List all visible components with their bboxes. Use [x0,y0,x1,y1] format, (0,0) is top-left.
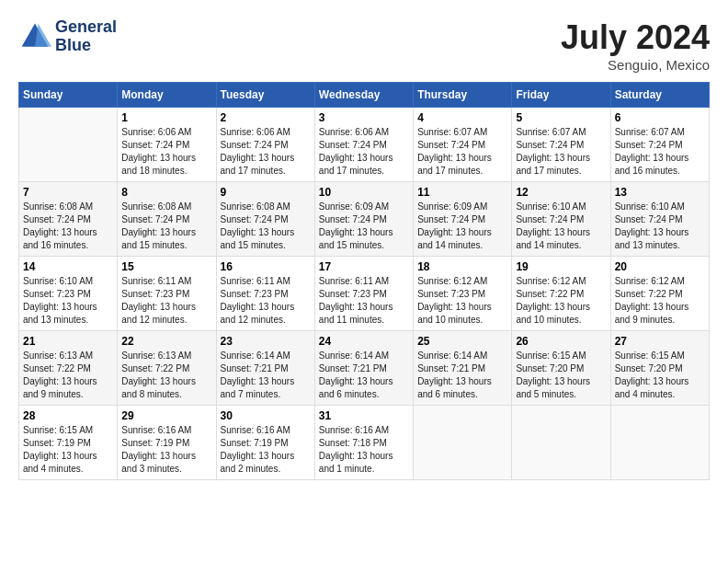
day-number: 14 [23,260,113,273]
day-info: Sunrise: 6:15 AMSunset: 7:20 PMDaylight:… [516,350,606,401]
header-monday: Monday [118,83,216,108]
day-number: 27 [615,335,705,348]
calendar-cell: 2Sunrise: 6:06 AMSunset: 7:24 PMDaylight… [216,108,314,182]
header-saturday: Saturday [610,83,709,108]
calendar-cell: 18Sunrise: 6:12 AMSunset: 7:23 PMDayligh… [414,257,512,331]
day-info: Sunrise: 6:15 AMSunset: 7:19 PMDaylight:… [23,424,113,476]
day-number: 28 [23,409,113,422]
calendar-cell: 1Sunrise: 6:06 AMSunset: 7:24 PMDaylight… [118,108,216,182]
calendar-cell: 13Sunrise: 6:10 AMSunset: 7:24 PMDayligh… [610,182,709,257]
calendar-cell: 24Sunrise: 6:14 AMSunset: 7:21 PMDayligh… [314,331,413,406]
day-number: 7 [23,186,113,199]
day-info: Sunrise: 6:09 AMSunset: 7:24 PMDaylight:… [417,201,507,252]
day-number: 11 [417,186,507,199]
calendar-cell [414,406,512,480]
day-number: 8 [121,186,211,199]
day-info: Sunrise: 6:16 AMSunset: 7:19 PMDaylight:… [221,424,311,476]
logo-text: General Blue [55,18,117,55]
day-info: Sunrise: 6:06 AMSunset: 7:24 PMDaylight:… [319,126,409,178]
calendar-cell: 9Sunrise: 6:08 AMSunset: 7:24 PMDaylight… [216,182,314,257]
day-info: Sunrise: 6:16 AMSunset: 7:19 PMDaylight:… [121,424,211,476]
calendar-cell: 16Sunrise: 6:11 AMSunset: 7:23 PMDayligh… [216,257,314,331]
day-number: 19 [516,260,606,273]
calendar-cell [610,406,709,480]
location: Senguio, Mexico [561,57,710,73]
calendar-header-row: SundayMondayTuesdayWednesdayThursdayFrid… [19,83,710,108]
calendar-cell: 23Sunrise: 6:14 AMSunset: 7:21 PMDayligh… [216,331,314,406]
day-info: Sunrise: 6:07 AMSunset: 7:24 PMDaylight:… [417,126,507,178]
calendar-cell: 3Sunrise: 6:06 AMSunset: 7:24 PMDaylight… [314,108,413,182]
day-number: 23 [221,335,311,348]
day-number: 30 [221,409,311,422]
day-info: Sunrise: 6:10 AMSunset: 7:24 PMDaylight:… [615,201,705,252]
calendar-cell: 8Sunrise: 6:08 AMSunset: 7:24 PMDaylight… [118,182,216,257]
calendar-cell: 17Sunrise: 6:11 AMSunset: 7:23 PMDayligh… [314,257,413,331]
calendar-cell: 7Sunrise: 6:08 AMSunset: 7:24 PMDaylight… [19,182,118,257]
day-number: 18 [417,260,507,273]
calendar-cell: 6Sunrise: 6:07 AMSunset: 7:24 PMDaylight… [610,108,709,182]
day-number: 29 [121,409,211,422]
day-number: 24 [319,335,409,348]
calendar-cell: 20Sunrise: 6:12 AMSunset: 7:22 PMDayligh… [610,257,709,331]
week-row-3: 14Sunrise: 6:10 AMSunset: 7:23 PMDayligh… [19,257,710,331]
day-info: Sunrise: 6:08 AMSunset: 7:24 PMDaylight:… [23,201,113,252]
day-info: Sunrise: 6:13 AMSunset: 7:22 PMDaylight:… [121,350,211,401]
day-info: Sunrise: 6:11 AMSunset: 7:23 PMDaylight:… [121,275,211,327]
day-info: Sunrise: 6:12 AMSunset: 7:23 PMDaylight:… [417,275,507,327]
day-info: Sunrise: 6:15 AMSunset: 7:20 PMDaylight:… [615,350,705,401]
day-number: 15 [121,260,211,273]
day-number: 5 [516,111,606,124]
day-info: Sunrise: 6:08 AMSunset: 7:24 PMDaylight:… [221,201,311,252]
day-number: 3 [319,111,409,124]
day-info: Sunrise: 6:10 AMSunset: 7:24 PMDaylight:… [516,201,606,252]
day-number: 2 [221,111,311,124]
logo-icon [18,20,51,53]
calendar-cell: 21Sunrise: 6:13 AMSunset: 7:22 PMDayligh… [19,331,118,406]
calendar-cell: 28Sunrise: 6:15 AMSunset: 7:19 PMDayligh… [19,406,118,480]
day-info: Sunrise: 6:14 AMSunset: 7:21 PMDaylight:… [221,350,311,401]
day-info: Sunrise: 6:13 AMSunset: 7:22 PMDaylight:… [23,350,113,401]
day-number: 12 [516,186,606,199]
day-info: Sunrise: 6:14 AMSunset: 7:21 PMDaylight:… [319,350,409,401]
day-number: 26 [516,335,606,348]
calendar-cell [512,406,610,480]
day-number: 16 [221,260,311,273]
day-number: 21 [23,335,113,348]
day-number: 1 [121,111,211,124]
day-info: Sunrise: 6:06 AMSunset: 7:24 PMDaylight:… [121,126,211,178]
header-tuesday: Tuesday [216,83,314,108]
day-info: Sunrise: 6:11 AMSunset: 7:23 PMDaylight:… [319,275,409,327]
day-info: Sunrise: 6:07 AMSunset: 7:24 PMDaylight:… [615,126,705,178]
calendar-cell: 22Sunrise: 6:13 AMSunset: 7:22 PMDayligh… [118,331,216,406]
calendar-table: SundayMondayTuesdayWednesdayThursdayFrid… [18,82,710,480]
calendar-cell: 12Sunrise: 6:10 AMSunset: 7:24 PMDayligh… [512,182,610,257]
calendar-cell: 30Sunrise: 6:16 AMSunset: 7:19 PMDayligh… [216,406,314,480]
header-sunday: Sunday [19,83,118,108]
day-info: Sunrise: 6:16 AMSunset: 7:18 PMDaylight:… [319,424,409,476]
day-number: 22 [121,335,211,348]
calendar-cell: 10Sunrise: 6:09 AMSunset: 7:24 PMDayligh… [314,182,413,257]
day-number: 20 [615,260,705,273]
header-wednesday: Wednesday [314,83,413,108]
week-row-2: 7Sunrise: 6:08 AMSunset: 7:24 PMDaylight… [19,182,710,257]
day-info: Sunrise: 6:10 AMSunset: 7:23 PMDaylight:… [23,275,113,327]
calendar-cell: 29Sunrise: 6:16 AMSunset: 7:19 PMDayligh… [118,406,216,480]
day-number: 9 [221,186,311,199]
svg-marker-1 [35,23,51,46]
week-row-1: 1Sunrise: 6:06 AMSunset: 7:24 PMDaylight… [19,108,710,182]
day-info: Sunrise: 6:09 AMSunset: 7:24 PMDaylight:… [319,201,409,252]
day-number: 25 [417,335,507,348]
day-info: Sunrise: 6:07 AMSunset: 7:24 PMDaylight:… [516,126,606,178]
calendar-cell: 27Sunrise: 6:15 AMSunset: 7:20 PMDayligh… [610,331,709,406]
day-info: Sunrise: 6:06 AMSunset: 7:24 PMDaylight:… [221,126,311,178]
week-row-4: 21Sunrise: 6:13 AMSunset: 7:22 PMDayligh… [19,331,710,406]
logo: General Blue [18,18,117,55]
header-friday: Friday [512,83,610,108]
day-number: 6 [615,111,705,124]
calendar-cell: 11Sunrise: 6:09 AMSunset: 7:24 PMDayligh… [414,182,512,257]
day-number: 17 [319,260,409,273]
day-number: 31 [319,409,409,422]
page-header: General Blue July 2024 Senguio, Mexico [18,18,710,73]
week-row-5: 28Sunrise: 6:15 AMSunset: 7:19 PMDayligh… [19,406,710,480]
calendar-cell: 19Sunrise: 6:12 AMSunset: 7:22 PMDayligh… [512,257,610,331]
